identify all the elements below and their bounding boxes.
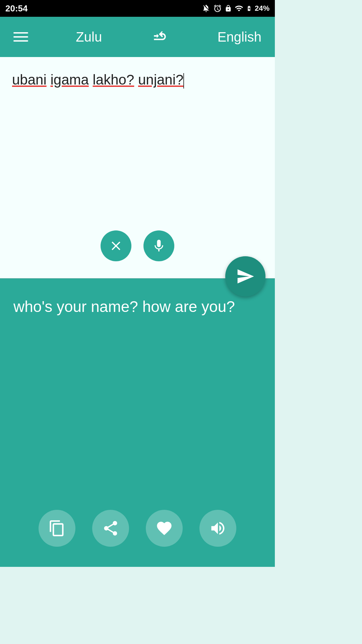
battery-label: 24% bbox=[255, 4, 269, 13]
charging-icon bbox=[246, 4, 252, 13]
copy-button[interactable] bbox=[39, 510, 75, 547]
lock-icon bbox=[225, 5, 232, 12]
status-icons: 24% bbox=[202, 4, 269, 13]
input-section: ubani igama lakho? unjani? bbox=[0, 57, 275, 278]
status-bar: 20:54 24% bbox=[0, 0, 275, 17]
word-igama: igama bbox=[50, 72, 88, 88]
menu-button[interactable] bbox=[13, 32, 28, 42]
input-wrapper: ubani igama lakho? unjani? bbox=[0, 57, 275, 278]
source-language[interactable]: Zulu bbox=[76, 30, 102, 45]
time-label: 20:54 bbox=[5, 3, 28, 14]
speak-button[interactable] bbox=[199, 510, 236, 547]
translated-text: who's your name? how are you? bbox=[13, 295, 261, 318]
text-cursor bbox=[183, 73, 184, 89]
word-unjani: unjani? bbox=[138, 72, 183, 88]
output-actions bbox=[0, 510, 275, 547]
source-text-input[interactable]: ubani igama lakho? unjani? bbox=[0, 57, 275, 245]
bell-mute-icon bbox=[202, 4, 210, 13]
microphone-button[interactable] bbox=[143, 230, 174, 261]
output-section: who's your name? how are you? bbox=[0, 278, 275, 567]
word-ubani: ubani bbox=[12, 72, 47, 88]
alarm-icon bbox=[213, 4, 222, 13]
signal-icon bbox=[235, 4, 243, 13]
swap-languages-button[interactable] bbox=[149, 27, 170, 47]
clear-button[interactable] bbox=[101, 230, 131, 261]
toolbar: Zulu English bbox=[0, 17, 275, 57]
favorite-button[interactable] bbox=[146, 510, 183, 547]
word-lakho: lakho? bbox=[93, 72, 134, 88]
translate-button[interactable] bbox=[225, 256, 265, 297]
target-language[interactable]: English bbox=[218, 30, 261, 45]
share-button[interactable] bbox=[92, 510, 129, 547]
